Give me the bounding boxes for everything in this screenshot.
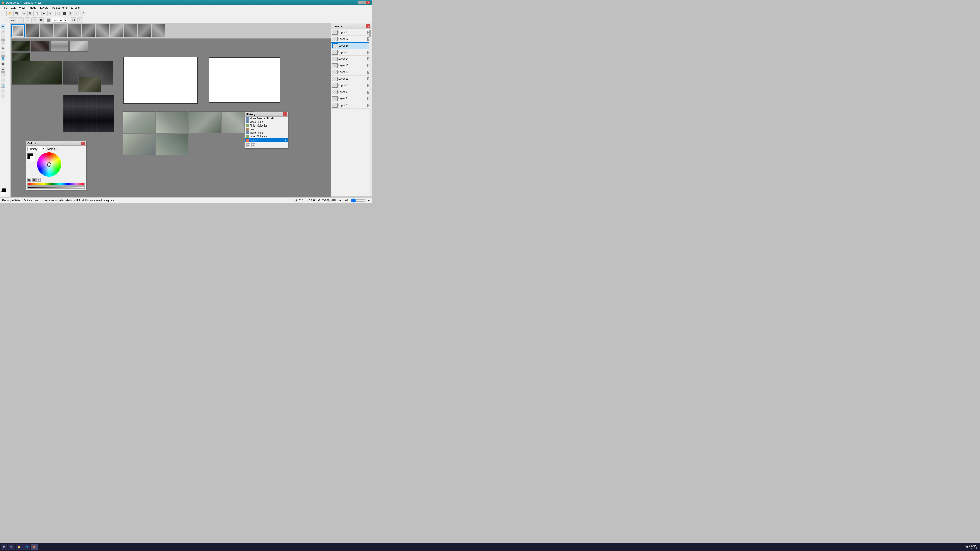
lasso-select-tool[interactable]: ⌖ bbox=[1, 30, 5, 34]
tool-option-2[interactable]: ⬜ bbox=[25, 17, 30, 23]
open-button[interactable]: 📂 bbox=[7, 11, 13, 16]
layer-item-7[interactable]: Layer 7 bbox=[331, 102, 372, 109]
med-thumb-5[interactable] bbox=[123, 134, 155, 155]
layer-item-15[interactable]: Layer 15 bbox=[331, 49, 372, 56]
layer-item-13[interactable]: Layer 13 bbox=[331, 62, 372, 69]
history-item-1[interactable]: Move Selected Pixels bbox=[245, 117, 288, 120]
line-tool[interactable]: / bbox=[1, 94, 5, 98]
layer-item-17[interactable]: Layer 17 bbox=[331, 36, 372, 42]
color-wheel[interactable] bbox=[37, 152, 61, 176]
brush-tool[interactable]: ✏ bbox=[1, 67, 5, 72]
paste-button[interactable]: 📋 bbox=[33, 11, 39, 16]
save-button[interactable]: 💾 bbox=[13, 11, 19, 16]
history-item-7-selected[interactable]: Deselect ▼ bbox=[245, 138, 288, 142]
menu-effects[interactable]: Effects bbox=[70, 6, 81, 10]
canvas-area[interactable]: » bbox=[11, 24, 331, 197]
titlebar-controls[interactable]: ─ □ ✕ bbox=[358, 1, 370, 4]
history-item-6[interactable]: Finish Selection bbox=[245, 135, 288, 138]
color-hex-btn[interactable]: ⬛ bbox=[27, 178, 32, 182]
large-dark-image[interactable] bbox=[63, 95, 114, 132]
small-thumb-4[interactable] bbox=[69, 41, 88, 52]
small-aerial-center[interactable] bbox=[78, 77, 101, 92]
large-image-1[interactable] bbox=[12, 61, 62, 85]
layers-panel-close[interactable]: × bbox=[366, 24, 370, 28]
maximize-button[interactable]: □ bbox=[363, 1, 366, 4]
antialias-button[interactable]: ⬡ bbox=[71, 17, 76, 23]
feather-button[interactable]: ◌ bbox=[77, 17, 83, 23]
tool-option-3[interactable]: ⬜ bbox=[32, 17, 37, 23]
color-rgb-btn[interactable]: ⬛ bbox=[32, 178, 36, 182]
thumbnail-expand[interactable]: » bbox=[166, 29, 170, 33]
menu-adjustments[interactable]: Adjustments bbox=[51, 6, 69, 10]
history-item-2[interactable]: Move Pixels bbox=[245, 120, 288, 124]
cut-button[interactable]: ✂ bbox=[21, 11, 27, 16]
thumbnail-active[interactable] bbox=[11, 24, 25, 38]
gray-bar[interactable] bbox=[27, 186, 85, 189]
med-thumb-6[interactable] bbox=[156, 134, 188, 155]
history-item-4[interactable]: Paste bbox=[245, 127, 288, 131]
thumbnail-8[interactable] bbox=[110, 24, 123, 38]
new-button[interactable]: 📄 bbox=[1, 11, 6, 16]
thumbnail-6[interactable] bbox=[82, 24, 95, 38]
menu-view[interactable]: View bbox=[18, 6, 27, 10]
thumbnail-5[interactable] bbox=[68, 24, 81, 38]
zoom-in-button[interactable]: + bbox=[368, 199, 369, 202]
layer-item-18[interactable]: Layer 18 bbox=[331, 29, 372, 36]
rotate-button[interactable]: ↺ bbox=[80, 11, 86, 16]
med-thumb-1[interactable] bbox=[123, 111, 155, 133]
small-thumb-3[interactable] bbox=[50, 41, 68, 52]
small-thumb-2[interactable] bbox=[31, 41, 49, 52]
foreground-color-swatch[interactable] bbox=[2, 188, 6, 192]
thumbnail-7[interactable] bbox=[96, 24, 109, 38]
dropdown-arrow[interactable]: ▼ bbox=[284, 139, 286, 141]
layer-item-14[interactable]: Layer 14 bbox=[331, 56, 372, 62]
zoom-tool[interactable]: 🔍 bbox=[1, 40, 5, 45]
layer-item-12[interactable]: Layer 12 bbox=[331, 69, 372, 76]
gradient-tool[interactable]: ▦ bbox=[1, 62, 5, 66]
med-thumb-3[interactable] bbox=[189, 111, 221, 133]
layers-scrollbar[interactable] bbox=[369, 29, 372, 197]
menu-layers[interactable]: Layers bbox=[38, 6, 50, 10]
copy-button[interactable]: ⎘ bbox=[27, 11, 33, 16]
menu-image[interactable]: Image bbox=[27, 6, 38, 10]
resize-button[interactable]: ⤢ bbox=[74, 11, 80, 16]
thumbnail-10[interactable] bbox=[138, 24, 151, 38]
history-panel-close[interactable]: × bbox=[283, 113, 286, 116]
rectangle-select-tool[interactable]: ▭ bbox=[1, 24, 5, 29]
layer-item-8[interactable]: Layer 8 bbox=[331, 95, 372, 102]
text-tool[interactable]: T bbox=[1, 51, 5, 56]
background-swatch[interactable] bbox=[30, 156, 35, 162]
undo-button[interactable]: ↩ bbox=[41, 11, 47, 16]
thumbnail-4[interactable] bbox=[54, 24, 67, 38]
menu-edit[interactable]: Edit bbox=[9, 6, 17, 10]
rainbow-bar[interactable] bbox=[27, 183, 85, 186]
thumbnail-11[interactable] bbox=[152, 24, 165, 38]
history-undo-button[interactable]: ↩ bbox=[246, 143, 250, 148]
crop-button[interactable]: ⊡ bbox=[68, 11, 73, 16]
history-item-5[interactable]: Move Pixels bbox=[245, 131, 288, 135]
move-tool[interactable]: ✛ bbox=[1, 35, 5, 40]
blend-mode-select[interactable]: Normal bbox=[52, 17, 67, 23]
layer-item-9[interactable]: Layer 9 bbox=[331, 89, 372, 95]
tool-select-button[interactable]: ▭▾ bbox=[9, 17, 17, 23]
deselect-button[interactable]: ⬜ bbox=[56, 11, 61, 16]
thumbnail-2[interactable] bbox=[25, 24, 39, 38]
med-thumb-2[interactable] bbox=[156, 111, 188, 133]
menu-file[interactable]: File bbox=[1, 6, 9, 10]
layers-scrollbar-thumb[interactable] bbox=[369, 30, 371, 37]
layer-item-16[interactable]: Layer 16 bbox=[331, 42, 372, 49]
tool-option-1[interactable]: ⬜ bbox=[18, 17, 24, 23]
invert-selection-button[interactable]: ⬛ bbox=[62, 11, 67, 16]
color-mode-select[interactable]: Primary bbox=[27, 147, 45, 151]
history-redo-button[interactable]: ↪ bbox=[251, 143, 256, 148]
redo-button[interactable]: ↪ bbox=[48, 11, 53, 16]
layer-item-11[interactable]: Layer 11 bbox=[331, 76, 372, 82]
colors-panel-close[interactable]: × bbox=[81, 141, 85, 145]
history-item-3[interactable]: Finish Selection bbox=[245, 124, 288, 127]
shapes-tool[interactable]: ◯ bbox=[1, 89, 5, 93]
paint-bucket-tool[interactable]: 🪣 bbox=[1, 56, 5, 61]
close-button[interactable]: ✕ bbox=[366, 1, 370, 4]
thumbnail-3[interactable] bbox=[40, 24, 53, 38]
zoom-slider[interactable] bbox=[350, 199, 366, 202]
colors-more-button[interactable]: More >> bbox=[46, 147, 58, 151]
